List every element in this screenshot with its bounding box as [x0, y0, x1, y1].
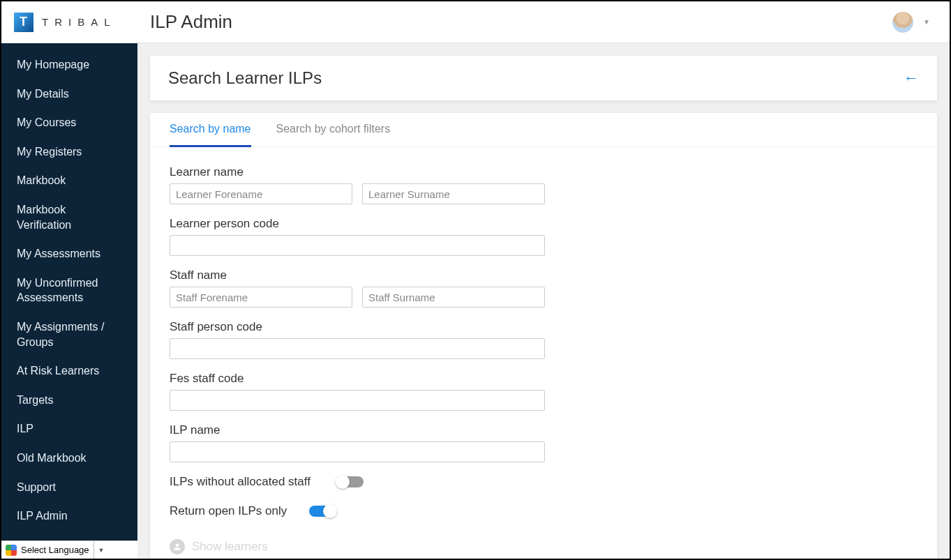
sidebar-item-my-details[interactable]: My Details	[1, 80, 137, 109]
sidebar: T TRIBAL My Homepage My Details My Cours…	[1, 1, 137, 559]
person-icon	[170, 539, 185, 554]
language-dropdown-icon[interactable]: ▼	[93, 541, 109, 559]
user-menu[interactable]: ▼	[892, 12, 930, 33]
sidebar-item-markbook[interactable]: Markbook	[1, 166, 137, 195]
section-header-panel: Search Learner ILPs ←	[150, 56, 937, 100]
ilp-name-label: ILP name	[170, 423, 918, 437]
fes-staff-code-label: Fes staff code	[170, 372, 918, 386]
sidebar-item-support[interactable]: Support	[1, 473, 137, 502]
sidebar-item-my-assessments[interactable]: My Assessments	[1, 239, 137, 268]
tab-search-by-name[interactable]: Search by name	[170, 123, 251, 147]
sidebar-item-my-courses[interactable]: My Courses	[1, 108, 137, 137]
staff-person-code-label: Staff person code	[170, 320, 918, 334]
learner-surname-input[interactable]	[362, 183, 545, 204]
learner-person-code-label: Learner person code	[170, 217, 918, 231]
sidebar-item-my-registers[interactable]: My Registers	[1, 137, 137, 167]
staff-forename-input[interactable]	[170, 287, 352, 308]
google-translate-icon	[6, 545, 17, 556]
search-panel: Search by name Search by cohort filters …	[150, 113, 937, 559]
tab-bar: Search by name Search by cohort filters	[150, 113, 937, 147]
sidebar-item-ilp[interactable]: ILP	[1, 414, 137, 444]
back-arrow-icon[interactable]: ←	[904, 69, 919, 87]
return-open-only-toggle[interactable]	[309, 506, 336, 517]
learner-name-label: Learner name	[170, 165, 918, 179]
learner-forename-input[interactable]	[170, 183, 352, 204]
show-learners-label: Show learners	[192, 540, 268, 554]
brand[interactable]: T TRIBAL	[1, 1, 137, 43]
sidebar-item-markbook-verification[interactable]: Markbook Verification	[1, 195, 137, 239]
tab-search-by-cohort-filters[interactable]: Search by cohort filters	[276, 123, 391, 146]
sidebar-item-at-risk-learners[interactable]: At Risk Learners	[1, 356, 137, 386]
fes-staff-code-input[interactable]	[170, 390, 545, 411]
show-learners-button[interactable]: Show learners	[170, 539, 918, 554]
ilps-without-staff-toggle[interactable]	[337, 476, 364, 487]
staff-name-label: Staff name	[170, 268, 918, 282]
sidebar-item-targets[interactable]: Targets	[1, 386, 137, 415]
brand-logo-icon: T	[14, 13, 33, 32]
staff-person-code-input[interactable]	[170, 338, 545, 359]
sidebar-item-old-markbook[interactable]: Old Markbook	[1, 444, 137, 473]
page-title: ILP Admin	[150, 11, 232, 33]
topbar: ILP Admin ▼	[137, 1, 950, 43]
sidebar-item-my-unconfirmed-assessments[interactable]: My Unconfirmed Assessments	[1, 268, 137, 312]
staff-surname-input[interactable]	[362, 287, 545, 308]
language-selector-label: Select Language	[21, 545, 89, 555]
avatar	[892, 12, 913, 33]
ilp-name-input[interactable]	[170, 441, 545, 462]
language-selector[interactable]: Select Language ▼	[1, 540, 137, 559]
section-title: Search Learner ILPs	[168, 68, 322, 88]
brand-name: TRIBAL	[42, 16, 117, 28]
sidebar-item-my-homepage[interactable]: My Homepage	[1, 50, 137, 80]
return-open-only-label: Return open ILPs only	[170, 504, 309, 518]
nav-list: My Homepage My Details My Courses My Reg…	[1, 43, 137, 540]
ilps-without-staff-label: ILPs without allocated staff	[170, 475, 337, 489]
chevron-down-icon: ▼	[923, 18, 930, 26]
learner-person-code-input[interactable]	[170, 235, 545, 256]
sidebar-item-ilp-admin[interactable]: ILP Admin	[1, 501, 137, 531]
sidebar-item-my-assignments-groups[interactable]: My Assignments / Groups	[1, 312, 137, 356]
